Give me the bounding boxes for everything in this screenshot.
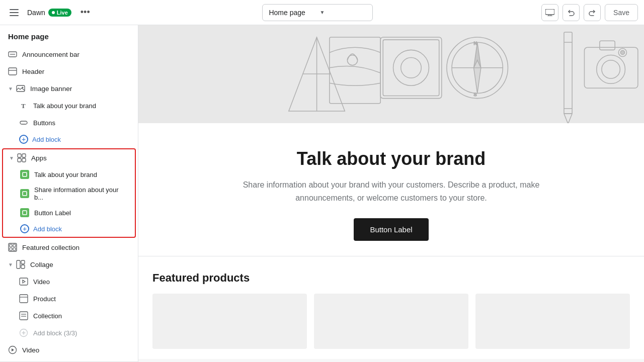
collage-product-icon — [19, 294, 28, 303]
sidebar-item-add-block-collage-label: Add block (3/3) — [33, 329, 77, 337]
sidebar-item-collage-video-label: Video — [33, 278, 50, 286]
save-button[interactable]: Save — [605, 4, 638, 21]
svg-text:S: S — [474, 92, 477, 97]
svg-rect-25 — [21, 260, 25, 264]
apps-button-label-label: Button Label — [34, 209, 71, 217]
featured-collection-icon — [8, 243, 17, 252]
more-options-button[interactable]: ••• — [76, 5, 94, 20]
sidebar-item-image-banner[interactable]: ▼ Image banner — [0, 80, 138, 97]
sidebar-item-add-block-apps-label: Add block — [33, 225, 62, 233]
page-selector-label: Home page — [269, 9, 315, 17]
product-grid — [152, 294, 630, 349]
sidebar-item-featured-collection-label: Featured collection — [22, 244, 79, 251]
apps-share-info-green-icon — [20, 189, 29, 198]
store-name: Dawn — [27, 9, 45, 17]
collage-video-icon — [19, 277, 28, 286]
sidebar-item-video[interactable]: Video — [0, 341, 138, 358]
featured-products-section: Featured products — [138, 256, 644, 359]
redo-button[interactable] — [584, 4, 601, 21]
announcement-bar-icon — [8, 50, 17, 59]
sidebar-item-buttons[interactable]: Buttons — [0, 114, 138, 131]
collage-collapse-arrow-icon: ▼ — [8, 262, 13, 267]
sidebar-item-collage-label: Collage — [30, 261, 53, 268]
topbar: Dawn Live ••• Home page ▼ — [0, 0, 644, 25]
sidebar-item-collage-video[interactable]: Video — [0, 273, 138, 290]
video-section-icon — [8, 345, 17, 354]
sidebar-item-add-block-image-banner[interactable]: + Add block — [0, 131, 138, 147]
svg-rect-23 — [13, 248, 16, 250]
svg-point-63 — [620, 50, 624, 54]
svg-text:T: T — [21, 102, 26, 110]
sidebar-item-apps-share-info[interactable]: Share information about your b... — [3, 183, 135, 205]
undo-button[interactable] — [562, 4, 580, 21]
svg-rect-2 — [10, 15, 19, 16]
sidebar-item-collage[interactable]: ▼ Collage — [0, 256, 138, 273]
preview-area: N S — [138, 25, 644, 362]
sidebar-item-image-banner-label: Image banner — [30, 85, 72, 93]
svg-rect-14 — [20, 121, 27, 124]
svg-point-12 — [22, 87, 23, 88]
sidebar-item-announcement-bar[interactable]: Announcement bar — [0, 46, 138, 63]
image-banner-icon — [16, 84, 25, 93]
page-selector[interactable]: Home page ▼ — [262, 4, 373, 21]
sidebar-item-video-label: Video — [22, 346, 39, 354]
sidebar-item-header[interactable]: Header — [0, 63, 138, 80]
svg-rect-21 — [13, 244, 16, 247]
sidebar-item-buttons-label: Buttons — [33, 119, 55, 127]
svg-rect-3 — [545, 9, 554, 15]
svg-rect-9 — [9, 68, 17, 75]
svg-rect-20 — [10, 244, 12, 247]
product-card-3 — [475, 294, 630, 349]
apps-collapse-arrow-icon: ▼ — [9, 155, 14, 161]
add-block-collage-icon — [19, 328, 28, 337]
sidebar-item-add-block-apps[interactable]: + Add block — [3, 221, 135, 237]
sidebar-item-apps[interactable]: ▼ Apps — [3, 149, 135, 166]
collage-collection-icon — [19, 311, 28, 320]
apps-icon — [17, 153, 26, 162]
svg-rect-27 — [20, 278, 28, 285]
sidebar-item-talk-brand[interactable]: T Talk about your brand — [0, 97, 138, 114]
preview-inner: N S — [138, 25, 644, 359]
topbar-left: Dawn Live ••• — [6, 5, 94, 21]
menu-button[interactable] — [6, 5, 22, 21]
live-dot — [52, 11, 55, 14]
brand-content-section: Talk about your brand Share information … — [138, 123, 644, 256]
apps-section-label: Apps — [31, 154, 47, 162]
sidebar-item-add-block-collage: Add block (3/3) — [0, 324, 138, 341]
sidebar-item-collage-collection[interactable]: Collection — [0, 307, 138, 324]
store-name-badge: Dawn Live — [27, 9, 71, 17]
svg-text:N: N — [474, 41, 477, 46]
svg-rect-1 — [10, 12, 19, 13]
main-layout: Home page Announcement bar Header ▼ Imag… — [0, 25, 644, 362]
svg-rect-26 — [21, 265, 25, 268]
product-card-1 — [152, 294, 307, 349]
featured-products-title: Featured products — [152, 272, 630, 285]
live-status-badge: Live — [48, 9, 71, 17]
sidebar-item-featured-collection[interactable]: Featured collection — [0, 239, 138, 256]
svg-rect-16 — [22, 154, 26, 157]
plus-circle-icon: + — [19, 135, 28, 144]
sidebar-item-apps-button-label[interactable]: Button Label — [3, 205, 135, 221]
text-T-icon: T — [19, 101, 28, 110]
sidebar-item-collage-product[interactable]: Product — [0, 290, 138, 307]
apps-talk-brand-green-icon — [20, 170, 29, 179]
collapse-arrow-icon: ▼ — [8, 86, 13, 92]
sidebar-item-collage-collection-label: Collection — [33, 312, 62, 320]
svg-rect-30 — [20, 312, 28, 320]
live-label: Live — [57, 10, 68, 16]
svg-rect-28 — [20, 295, 28, 303]
topbar-right: Save — [541, 4, 638, 21]
svg-rect-15 — [18, 154, 21, 157]
sidebar-item-talk-brand-label: Talk about your brand — [33, 102, 96, 110]
apps-button-label-green-icon — [20, 208, 29, 217]
svg-rect-24 — [17, 260, 20, 268]
brand-button[interactable]: Button Label — [354, 218, 428, 241]
sidebar-item-apps-talk-brand[interactable]: Talk about your brand — [3, 166, 135, 183]
desktop-preview-button[interactable] — [541, 4, 558, 21]
sidebar-title: Home page — [0, 25, 138, 46]
brand-description: Share information about your brand with … — [240, 178, 542, 204]
svg-rect-22 — [10, 248, 12, 250]
chevron-down-icon: ▼ — [319, 10, 366, 15]
hero-sketch-section: N S — [138, 25, 644, 123]
svg-rect-18 — [22, 158, 26, 162]
